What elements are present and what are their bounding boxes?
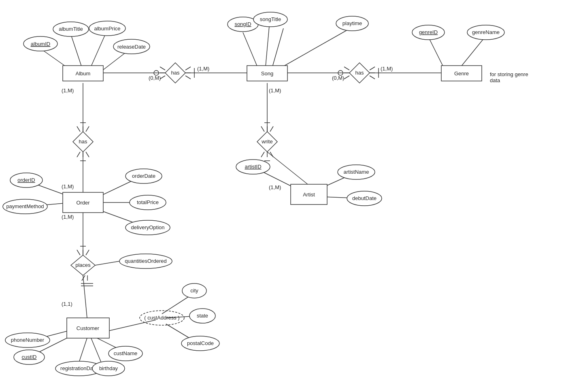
svg-line-15 (265, 26, 269, 71)
rel-order-customer-places-label: places (75, 262, 91, 268)
svg-line-51 (370, 76, 375, 79)
svg-line-77 (95, 261, 119, 265)
entity-album-label: Album (76, 70, 91, 77)
rel-song-artist-write-label: write (261, 138, 272, 145)
er-diagram-svg: Album Song Genre Order Artist Customer h… (0, 0, 568, 392)
attr-cust-address-label: ( custAddress ) (144, 315, 179, 321)
svg-line-9 (83, 275, 87, 318)
attr-genre-name-label: genreName (472, 29, 500, 35)
mult-album-order-album: (1,M) (62, 87, 74, 94)
attr-order-id-label: orderID (17, 177, 35, 183)
svg-line-69 (77, 250, 80, 255)
svg-line-30 (79, 338, 87, 362)
attr-birthday-label: birthday (99, 365, 118, 371)
attr-artist-name-label: artistName (344, 169, 369, 175)
attr-album-title-label: albumTitle (59, 26, 83, 32)
svg-line-47 (344, 76, 349, 79)
svg-line-63 (270, 126, 273, 132)
svg-line-37 (160, 67, 165, 70)
attr-artist-id-label: artistID (245, 164, 261, 170)
svg-line-45 (344, 67, 349, 70)
attr-debut-date-label: debutDate (352, 195, 377, 201)
entity-artist-label: Artist (303, 192, 315, 198)
attr-payment-method-label: paymentMethod (6, 203, 44, 209)
attr-delivery-option-label: deliveryOption (131, 224, 164, 230)
svg-line-49 (370, 67, 375, 70)
attr-total-price-label: totalPrice (137, 199, 159, 205)
svg-line-71 (86, 250, 89, 255)
attr-order-date-label: orderDate (132, 173, 155, 179)
rel-album-order-has-label: has (79, 138, 87, 145)
attr-album-id-label: albumID (31, 41, 50, 47)
svg-line-53 (77, 126, 80, 132)
attr-cust-name-label: custName (114, 350, 138, 356)
svg-line-61 (261, 126, 264, 132)
mult-order-customer-order: (1,M) (62, 214, 74, 220)
svg-line-33 (103, 320, 156, 332)
attr-cust-id-label: custID (22, 354, 37, 360)
attr-song-id-label: songID (234, 21, 251, 27)
entity-order-label: Order (76, 200, 90, 206)
svg-line-31 (91, 338, 101, 362)
svg-line-34 (162, 296, 190, 314)
entity-genre-label: Genre (454, 70, 469, 77)
er-diagram: Album Song Genre Order Artist Customer h… (0, 0, 568, 392)
genre-note-2: data (490, 77, 500, 83)
rel-album-song-has-label: has (171, 70, 180, 76)
mult-order-customer-customer: (1,1) (62, 301, 72, 307)
svg-line-59 (86, 152, 89, 157)
mult-song-genre-song: (0,M) (332, 75, 344, 81)
attr-album-price-label: albumPrice (94, 26, 120, 32)
attr-genre-id-label: genreID (419, 29, 438, 35)
attr-song-title-label: songTitle (260, 16, 281, 22)
svg-line-14 (243, 32, 259, 71)
entity-song-label: Song (261, 70, 273, 77)
attr-state-label: state (197, 313, 208, 319)
attr-release-date-label: releaseDate (117, 44, 146, 50)
rel-song-genre-has-label: has (355, 70, 364, 76)
svg-line-17 (275, 28, 350, 71)
mult-album-order-order: (1,M) (62, 183, 74, 190)
attr-playtime-label: playtime (343, 20, 362, 26)
mult-song-artist-artist: (1,M) (269, 184, 281, 190)
attr-postal-code-label: postalCode (187, 340, 214, 346)
svg-line-55 (86, 126, 89, 132)
mult-album-song-song: (1,M) (197, 66, 209, 72)
svg-line-41 (185, 67, 191, 70)
svg-line-65 (261, 152, 264, 157)
attr-phone-number-label: phoneNumber (11, 337, 45, 343)
attr-city-label: city (190, 288, 198, 294)
mult-song-genre-genre: (1,M) (381, 66, 393, 72)
attr-registration-date-label: registrationDate (60, 365, 98, 371)
svg-line-16 (271, 28, 283, 71)
mult-album-song-album: (0,M) (149, 75, 161, 81)
mult-song-artist-song: (1,M) (269, 87, 281, 94)
genre-note: for storing genre (490, 71, 528, 77)
svg-line-43 (185, 76, 191, 79)
svg-line-57 (77, 152, 80, 157)
attr-quantities-ordered-label: quantitiesOrdered (125, 258, 166, 264)
entity-customer-label: Customer (77, 325, 100, 331)
